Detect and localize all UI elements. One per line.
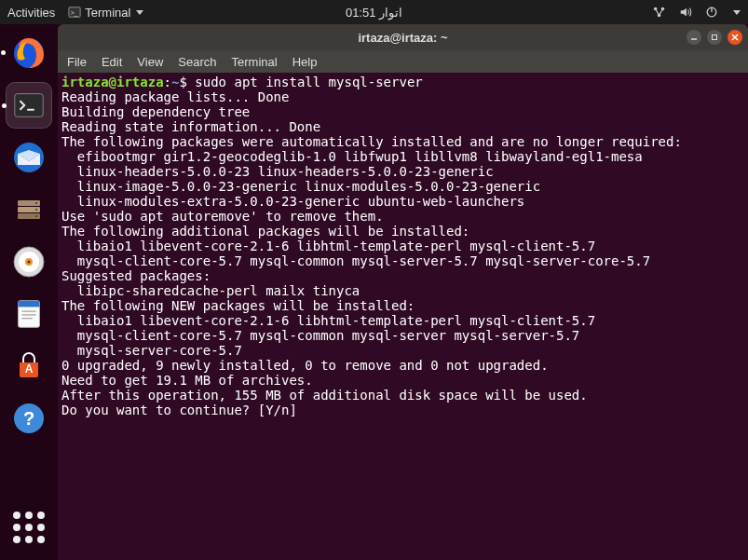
menu-file[interactable]: File xyxy=(67,55,87,69)
svg-text:A: A xyxy=(25,362,34,376)
svg-rect-22 xyxy=(19,301,40,307)
launcher-help[interactable]: ? xyxy=(6,395,52,442)
close-icon xyxy=(731,34,739,41)
menu-help[interactable]: Help xyxy=(292,55,318,69)
window-close-button[interactable] xyxy=(728,30,742,45)
svg-point-16 xyxy=(35,215,37,217)
svg-text:>_: >_ xyxy=(71,9,78,17)
window-title: irtaza@irtaza: ~ xyxy=(358,31,447,45)
app-menu[interactable]: >_ Terminal xyxy=(68,6,143,20)
power-icon xyxy=(705,6,718,19)
clock-label: اتوار 01:51 xyxy=(346,6,402,20)
menu-terminal[interactable]: Terminal xyxy=(232,55,278,69)
chevron-down-icon xyxy=(733,10,741,15)
activities-button[interactable]: Activities xyxy=(7,6,55,20)
launcher-rhythmbox[interactable] xyxy=(6,239,52,285)
window-maximize-button[interactable] xyxy=(707,30,722,45)
launcher-software[interactable]: A xyxy=(6,343,52,389)
terminal-menubar: File Edit View Search Terminal Help xyxy=(58,50,748,73)
system-status-area[interactable] xyxy=(653,6,741,19)
app-menu-label: Terminal xyxy=(85,6,130,20)
volume-icon xyxy=(679,6,692,19)
svg-text:?: ? xyxy=(23,408,34,429)
minimize-icon xyxy=(690,34,698,41)
maximize-icon xyxy=(711,34,718,41)
activities-label: Activities xyxy=(7,6,55,20)
svg-rect-8 xyxy=(15,94,43,117)
gnome-top-panel: Activities >_ Terminal اتوار 01:51 xyxy=(0,0,748,24)
svg-rect-30 xyxy=(713,35,717,40)
launcher-firefox[interactable] xyxy=(6,30,52,76)
launcher-files[interactable] xyxy=(6,186,52,233)
clock[interactable]: اتوار 01:51 xyxy=(346,6,402,20)
svg-point-14 xyxy=(35,202,37,204)
menu-search[interactable]: Search xyxy=(178,55,216,69)
show-applications-button[interactable] xyxy=(6,504,52,551)
menu-edit[interactable]: Edit xyxy=(102,55,122,69)
window-titlebar[interactable]: irtaza@irtaza: ~ xyxy=(58,24,748,50)
ubuntu-dock: A ? xyxy=(0,24,58,560)
window-minimize-button[interactable] xyxy=(687,30,701,45)
terminal-output-area[interactable]: irtaza@irtaza:~$ sudo apt install mysql-… xyxy=(58,73,748,560)
network-icon xyxy=(653,6,666,19)
chevron-down-icon xyxy=(136,10,143,15)
terminal-window: irtaza@irtaza: ~ File Edit View Search T… xyxy=(58,24,748,560)
launcher-thunderbird[interactable] xyxy=(6,134,52,181)
menu-view[interactable]: View xyxy=(137,55,163,69)
launcher-writer[interactable] xyxy=(6,291,52,337)
svg-point-15 xyxy=(35,209,37,211)
launcher-terminal[interactable] xyxy=(6,82,52,129)
terminal-menu-icon: >_ xyxy=(68,6,81,19)
svg-point-20 xyxy=(28,261,31,264)
